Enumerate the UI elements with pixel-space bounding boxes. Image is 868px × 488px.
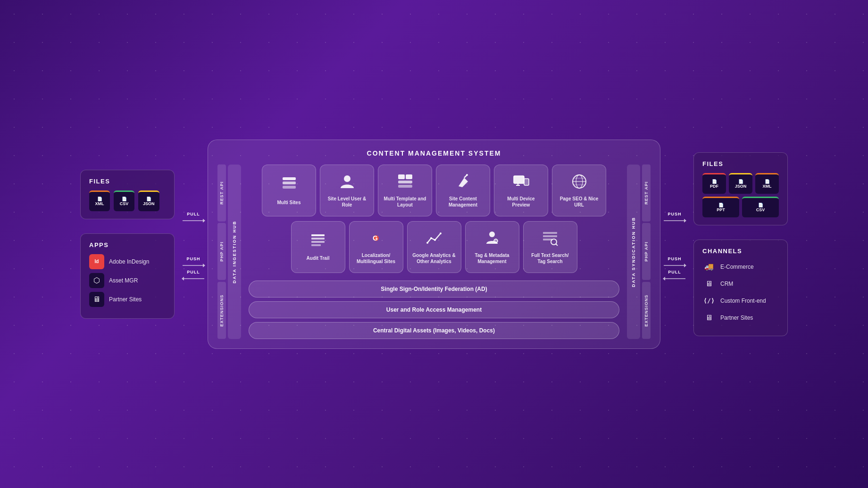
- feature-multi-template: Multi Template and Layout: [378, 165, 432, 216]
- left-apps-card: APPS Id Adobe InDesign ⬡ Asset MGR 🖥 Par…: [80, 233, 175, 319]
- pull-label-left2: PULL: [187, 270, 200, 274]
- diagram-wrapper: FILES 📄 XML 📄 CSV 📄 JSON APPS Id: [80, 140, 788, 349]
- custom-frontend-icon: ⟨/⟩: [702, 294, 716, 307]
- partner-sites-icon: 🖥: [702, 311, 716, 324]
- multi-template-label: Multi Template and Layout: [383, 196, 427, 208]
- push-label-left: PUSH: [186, 256, 200, 261]
- full-text-icon: [542, 230, 559, 248]
- right-files-card: FILES 📄 PDF 📄 JSON 📄 XML 📄 PPT: [693, 152, 788, 225]
- right-api-bars: REST API PHP API EXTENSIONS: [642, 165, 651, 339]
- multi-device-label: Multi Device Preview: [499, 196, 543, 208]
- svg-rect-13: [398, 185, 412, 188]
- svg-rect-26: [311, 234, 325, 236]
- svg-point-15: [466, 174, 468, 176]
- right-xml-badge: 📄 XML: [755, 173, 779, 194]
- csv-badge: 📄 CSV: [114, 190, 134, 211]
- right-csv-icon: 📄: [758, 203, 763, 207]
- svg-rect-11: [406, 174, 412, 179]
- google-analytics-icon: [426, 230, 442, 248]
- svg-rect-8: [283, 186, 296, 189]
- right-channels-card: CHANNELS 🚚 E-Commerce 🖥 CRM ⟨/⟩ Custom F…: [693, 240, 788, 336]
- features-row1: Multi Sites Site Level User & Role: [249, 165, 619, 216]
- left-hub-bars: REST API PHP API EXTENSIONS DATA INGESTI…: [217, 165, 241, 339]
- push-label-right: PUSH: [668, 212, 681, 216]
- localization-icon: G: [367, 230, 384, 248]
- pill-sso: Single Sign-On/Identity Federation (AD): [249, 281, 619, 298]
- site-level-icon: [339, 173, 356, 192]
- json-icon: 📄: [146, 197, 151, 201]
- svg-marker-45: [684, 219, 686, 223]
- push-pull-arrow: PUSH PULL: [182, 256, 205, 281]
- svg-marker-47: [684, 264, 686, 267]
- svg-marker-5: [182, 277, 184, 281]
- left-connectors: PULL PUSH PULL: [179, 207, 208, 281]
- json-badge: 📄 JSON: [138, 190, 159, 211]
- right-files-title: FILES: [702, 160, 779, 167]
- ecommerce-icon: 🚚: [702, 260, 716, 273]
- left-file-icons: 📄 XML 📄 CSV 📄 JSON: [89, 190, 166, 211]
- data-ingestion-label: DATA INGESTION HUB: [228, 165, 241, 339]
- push-arrow-svg: [182, 263, 205, 268]
- channel-custom-frontend: ⟨/⟩ Custom Front-end: [702, 294, 779, 307]
- crm-icon: 🖥: [702, 277, 716, 290]
- left-api-bars: REST API PHP API EXTENSIONS: [217, 165, 226, 339]
- svg-marker-3: [203, 264, 205, 267]
- pull-arrow-svg2: [182, 276, 205, 281]
- push-arrow-right: PUSH: [663, 212, 686, 223]
- ppt-icon: 📄: [718, 203, 724, 207]
- csv-icon: 📄: [122, 197, 127, 201]
- left-apps-title: APPS: [89, 241, 166, 248]
- audit-trail-icon: [309, 232, 326, 251]
- right-side: FILES 📄 PDF 📄 JSON 📄 XML 📄 PPT: [693, 152, 788, 336]
- cms-box: CONTENT MANAGEMENT SYSTEM REST API PHP A…: [208, 140, 660, 349]
- extensions-right: EXTENSIONS: [642, 282, 651, 339]
- localization-label: Localization/ Multilingual Sites: [354, 252, 398, 265]
- right-xml-icon: 📄: [765, 179, 770, 184]
- channel-crm: 🖥 CRM: [702, 277, 779, 290]
- multi-sites-label: Multi Sites: [277, 199, 300, 206]
- push-pull-right: PUSH PULL: [663, 256, 686, 281]
- feature-multi-device: Multi Device Preview: [494, 165, 548, 216]
- pull-right-label: PULL: [668, 270, 681, 274]
- app-asset-label: Asset MGR: [109, 277, 138, 284]
- svg-text:G: G: [373, 234, 378, 242]
- cms-inner-layout: REST API PHP API EXTENSIONS DATA INGESTI…: [217, 165, 651, 339]
- multi-sites-icon: [281, 175, 298, 196]
- page-seo-label: Page SEO & Nice URL: [557, 196, 601, 208]
- svg-marker-49: [663, 277, 665, 281]
- svg-point-9: [344, 175, 351, 182]
- feature-full-text: Full Text Search/ Tag Search: [523, 221, 577, 273]
- extensions-left: EXTENSIONS: [217, 282, 226, 339]
- svg-rect-28: [311, 241, 325, 243]
- svg-rect-18: [524, 179, 529, 185]
- svg-point-36: [440, 232, 442, 234]
- svg-rect-6: [283, 177, 296, 180]
- svg-rect-27: [311, 238, 325, 240]
- rest-api-right: REST API: [642, 165, 651, 222]
- feature-google-analytics: Google Analytics & Other Analytics: [407, 221, 461, 273]
- push-right-arrow: [663, 263, 686, 268]
- multi-template-icon: [397, 173, 414, 192]
- app-indesign-label: Adobe InDesign: [109, 258, 149, 265]
- xml-badge: 📄 XML: [89, 190, 110, 211]
- site-level-label: Site Level User & Role: [325, 196, 369, 208]
- asset-icon: ⬡: [89, 273, 104, 288]
- site-content-icon: [455, 173, 472, 192]
- svg-point-35: [434, 239, 436, 241]
- right-files-grid: 📄 PDF 📄 JSON 📄 XML: [702, 173, 779, 194]
- pdf-icon: 📄: [712, 179, 717, 184]
- channel-partner-sites: 🖥 Partner Sites: [702, 311, 779, 324]
- ppt-badge: 📄 PPT: [702, 197, 739, 217]
- right-channels-title: CHANNELS: [702, 248, 779, 255]
- right-csv-badge: 📄 CSV: [742, 197, 779, 217]
- app-partner: 🖥 Partner Sites: [89, 292, 166, 307]
- svg-rect-12: [398, 181, 412, 183]
- push-right-svg: [663, 218, 686, 223]
- indesign-icon: Id: [89, 254, 104, 269]
- left-files-title: FILES: [89, 178, 166, 185]
- left-files-card: FILES 📄 XML 📄 CSV 📄 JSON: [80, 170, 175, 219]
- svg-point-37: [489, 232, 495, 237]
- right-json-icon: 📄: [738, 179, 743, 184]
- svg-rect-10: [398, 174, 405, 179]
- svg-point-38: [494, 239, 498, 243]
